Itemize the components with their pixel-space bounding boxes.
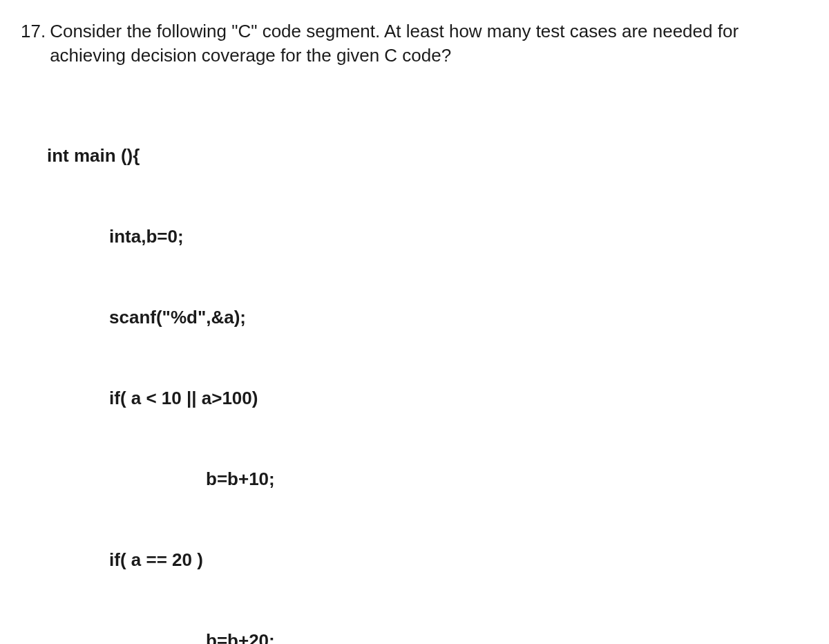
code-line: if( a == 20 ) (47, 547, 808, 574)
code-line: b=b+20; (47, 627, 808, 644)
question-block: 17. Consider the following "C" code segm… (21, 19, 808, 68)
code-line: int main (){ (47, 142, 808, 169)
code-line: scanf("%d",&a); (47, 304, 808, 331)
code-line: inta,b=0; (47, 223, 808, 250)
code-line: b=b+10; (47, 466, 808, 493)
question-number: 17. (21, 19, 46, 44)
code-block: int main (){ inta,b=0; scanf("%d",&a); i… (47, 88, 808, 644)
code-line: if( a < 10 || a>100) (47, 385, 808, 412)
question-text: Consider the following "C" code segment.… (50, 19, 808, 68)
